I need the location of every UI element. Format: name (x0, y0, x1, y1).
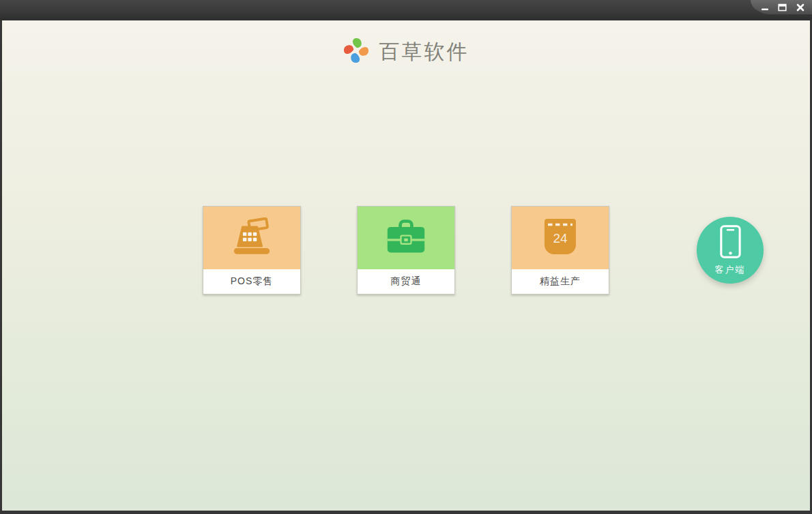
maximize-icon[interactable] (777, 2, 788, 12)
window-controls (751, 0, 812, 14)
close-icon[interactable] (794, 2, 806, 12)
product-card-pos[interactable]: POS零售 (203, 206, 301, 294)
product-card-trade[interactable]: 商贸通 (357, 206, 455, 294)
smartphone-icon (719, 224, 742, 262)
product-label: 商贸通 (358, 269, 454, 294)
cash-register-icon (231, 217, 273, 259)
pinwheel-logo (343, 37, 369, 66)
lean-tile: 24 (512, 207, 609, 269)
calendar-icon: 24 (545, 219, 576, 257)
pos-tile (203, 207, 300, 269)
window-titlebar (0, 0, 812, 20)
client-button-label: 客户端 (715, 264, 746, 276)
trade-tile (358, 207, 454, 269)
main-content: 百草软件 (2, 20, 810, 511)
app-title: 百草软件 (379, 38, 469, 66)
calendar-day: 24 (553, 231, 568, 245)
briefcase-icon (386, 219, 426, 257)
product-card-lean[interactable]: 24 精益生产 (511, 206, 609, 294)
product-label: 精益生产 (512, 269, 609, 294)
product-label: POS零售 (203, 269, 300, 294)
client-button[interactable]: 客户端 (697, 217, 764, 284)
brand-header: 百草软件 (2, 37, 810, 66)
minimize-icon[interactable] (759, 2, 770, 12)
